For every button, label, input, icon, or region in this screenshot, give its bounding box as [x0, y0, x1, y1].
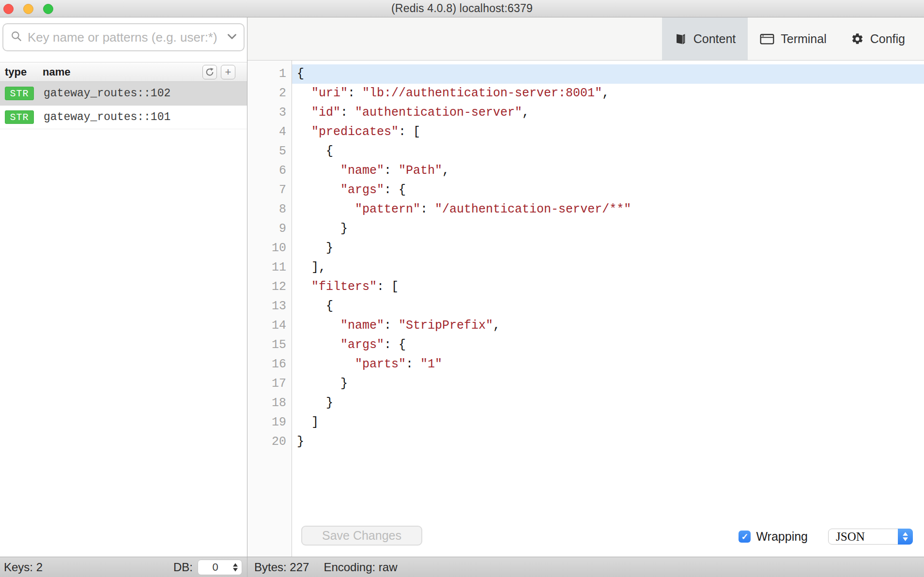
key-sidebar: Key name or patterns (e.g. user:*) type … — [0, 17, 247, 557]
code-line[interactable]: "name": "Path", — [292, 161, 924, 181]
close-window-button[interactable] — [3, 4, 14, 14]
traffic-lights — [3, 0, 53, 17]
title-bar: (Redis 4.0.8) localhost:6379 — [0, 0, 924, 17]
code-area[interactable]: { "uri": "lb://authentication-server:800… — [292, 61, 924, 557]
db-stepper[interactable]: 0 — [198, 560, 242, 575]
tab-label: Config — [870, 32, 905, 46]
code-line[interactable]: } — [292, 432, 924, 452]
value-editor[interactable]: 1234567891011121314151617181920 { "uri":… — [247, 61, 924, 557]
line-number: 11 — [247, 258, 292, 277]
status-bar: Keys: 2 DB: 0 Bytes: 227 Encoding: raw — [0, 557, 924, 577]
db-selector-group: DB: 0 — [173, 560, 242, 575]
db-label: DB: — [173, 561, 193, 574]
line-number: 20 — [247, 432, 292, 452]
code-line[interactable]: } — [292, 394, 924, 413]
code-line[interactable]: "uri": "lb://authentication-server:8001"… — [292, 84, 924, 103]
line-number: 19 — [247, 413, 292, 432]
db-value: 0 — [198, 561, 232, 574]
save-changes-button[interactable]: Save Changes — [301, 526, 422, 546]
key-type-badge: STR — [5, 110, 34, 124]
code-line[interactable]: } — [292, 374, 924, 394]
window-title: (Redis 4.0.8) localhost:6379 — [391, 2, 533, 15]
line-number: 18 — [247, 394, 292, 413]
code-line[interactable]: "id": "authentication-server", — [292, 103, 924, 122]
editor-controls: ✓ Wrapping JSON — [739, 529, 913, 545]
search-input[interactable]: Key name or patterns (e.g. user:*) — [2, 23, 245, 51]
select-arrows-icon — [898, 529, 913, 545]
wrapping-checkbox[interactable]: ✓ — [739, 531, 751, 543]
tab-bar: ContentTerminalConfig — [662, 17, 924, 60]
code-line[interactable]: } — [292, 219, 924, 239]
stepper-arrows-icon — [232, 563, 238, 572]
format-select-value: JSON — [829, 530, 865, 544]
format-select[interactable]: JSON — [828, 529, 913, 545]
line-number: 4 — [247, 122, 292, 142]
keys-count: Keys: 2 — [4, 561, 43, 574]
app-window: (Redis 4.0.8) localhost:6379 Key name or… — [0, 0, 924, 577]
line-number: 14 — [247, 316, 292, 335]
tab-terminal[interactable]: Terminal — [748, 17, 838, 60]
key-name: gateway_routes::101 — [44, 111, 170, 123]
book-icon — [674, 32, 687, 46]
line-number: 7 — [247, 181, 292, 200]
key-type-badge: STR — [5, 87, 34, 100]
status-right: Bytes: 227 Encoding: raw — [247, 557, 398, 577]
line-number: 6 — [247, 161, 292, 181]
search-icon — [10, 30, 23, 45]
code-line[interactable]: "pattern": "/authentication-server/**" — [292, 200, 924, 219]
key-name: gateway_routes::102 — [44, 87, 170, 100]
code-line[interactable]: } — [292, 239, 924, 258]
line-number-gutter: 1234567891011121314151617181920 — [247, 61, 292, 557]
code-line[interactable]: "args": { — [292, 181, 924, 200]
code-line[interactable]: "filters": [ — [292, 277, 924, 297]
type-column-header: type — [5, 66, 43, 78]
code-line[interactable]: "name": "StripPrefix", — [292, 316, 924, 335]
check-icon: ✓ — [741, 531, 748, 542]
tab-label: Terminal — [781, 32, 826, 46]
toolbar: ContentTerminalConfig — [247, 17, 924, 61]
code-line[interactable]: { — [292, 64, 924, 84]
search-placeholder: Key name or patterns (e.g. user:*) — [28, 30, 223, 45]
line-number: 2 — [247, 84, 292, 103]
code-line[interactable]: "parts": "1" — [292, 355, 924, 374]
tab-config[interactable]: Config — [839, 17, 917, 60]
wrapping-label: Wrapping — [756, 530, 808, 544]
code-line[interactable]: ], — [292, 258, 924, 277]
minimize-window-button[interactable] — [23, 4, 33, 14]
add-key-button[interactable]: + — [221, 65, 235, 79]
wrapping-toggle-group: ✓ Wrapping — [739, 530, 808, 544]
code-line[interactable]: "args": { — [292, 335, 924, 355]
search-area: Key name or patterns (e.g. user:*) — [0, 17, 247, 62]
name-column-header: name — [43, 66, 70, 78]
gear-icon — [851, 32, 864, 46]
key-list: STRgateway_routes::102STRgateway_routes:… — [0, 82, 247, 557]
key-list-item[interactable]: STRgateway_routes::102 — [0, 82, 247, 106]
line-number: 9 — [247, 219, 292, 239]
line-number: 1 — [247, 64, 292, 84]
code-line[interactable]: { — [292, 142, 924, 161]
tab-label: Content — [693, 32, 736, 46]
tab-content[interactable]: Content — [662, 17, 748, 60]
refresh-keys-button[interactable] — [202, 65, 217, 79]
status-left: Keys: 2 DB: 0 — [0, 557, 247, 577]
line-number: 12 — [247, 277, 292, 297]
line-number: 17 — [247, 374, 292, 394]
key-list-header: type name + — [0, 62, 247, 82]
zoom-window-button[interactable] — [43, 4, 53, 14]
bytes-info: Bytes: 227 — [254, 561, 309, 574]
line-number: 15 — [247, 335, 292, 355]
line-number: 8 — [247, 200, 292, 219]
key-list-item[interactable]: STRgateway_routes::101 — [0, 106, 247, 129]
encoding-info: Encoding: raw — [323, 561, 397, 574]
line-number: 16 — [247, 355, 292, 374]
code-line[interactable]: "predicates": [ — [292, 122, 924, 142]
code-line[interactable]: { — [292, 297, 924, 316]
chevron-down-icon[interactable] — [227, 33, 237, 42]
terminal-icon — [760, 32, 774, 46]
line-number: 3 — [247, 103, 292, 122]
code-line[interactable]: ] — [292, 413, 924, 432]
content-panel: ContentTerminalConfig 123456789101112131… — [247, 17, 924, 557]
line-number: 13 — [247, 297, 292, 316]
line-number: 5 — [247, 142, 292, 161]
line-number: 10 — [247, 239, 292, 258]
